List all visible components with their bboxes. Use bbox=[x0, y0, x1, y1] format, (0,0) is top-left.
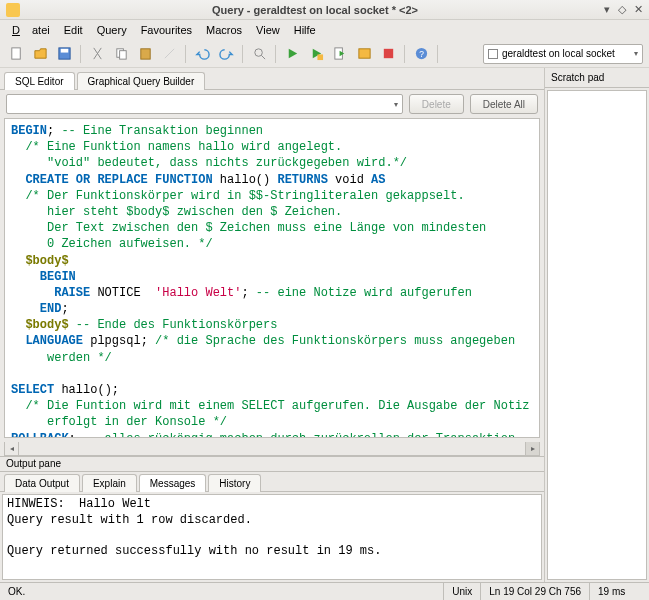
execute-icon[interactable] bbox=[282, 44, 302, 64]
sql-editor[interactable]: BEGIN; -- Eine Transaktion beginnen /* E… bbox=[4, 118, 540, 438]
redo-icon[interactable] bbox=[216, 44, 236, 64]
chevron-down-icon: ▾ bbox=[394, 100, 398, 109]
clear-icon[interactable] bbox=[159, 44, 179, 64]
tab-graphical-query-builder[interactable]: Graphical Query Builder bbox=[77, 72, 206, 90]
svg-rect-7 bbox=[317, 54, 323, 60]
scroll-left-icon[interactable]: ◂ bbox=[5, 442, 19, 455]
messages-output[interactable]: HINWEIS: Hallo Welt Query result with 1 … bbox=[2, 494, 542, 580]
editor-tabs: SQL Editor Graphical Query Builder bbox=[0, 68, 544, 90]
status-time: 19 ms bbox=[589, 583, 649, 600]
scroll-right-icon[interactable]: ▸ bbox=[525, 442, 539, 455]
connection-combo[interactable]: geraldtest on local socket ▾ bbox=[483, 44, 643, 64]
maximize-icon[interactable]: ◇ bbox=[618, 3, 626, 16]
menu-edit[interactable]: Edit bbox=[58, 22, 89, 38]
svg-rect-4 bbox=[119, 51, 126, 59]
svg-text:?: ? bbox=[419, 49, 424, 59]
execute-file-icon[interactable] bbox=[330, 44, 350, 64]
cut-icon[interactable] bbox=[87, 44, 107, 64]
minimize-icon[interactable]: ▾ bbox=[604, 3, 610, 16]
status-encoding: Unix bbox=[443, 583, 480, 600]
chevron-down-icon: ▾ bbox=[634, 49, 638, 58]
open-icon[interactable] bbox=[30, 44, 50, 64]
query-control-row: ▾ Delete Delete All bbox=[0, 90, 544, 118]
menu-hilfe[interactable]: Hilfe bbox=[288, 22, 322, 38]
statusbar: OK. Unix Ln 19 Col 29 Ch 756 19 ms bbox=[0, 582, 649, 600]
help-icon[interactable]: ? bbox=[411, 44, 431, 64]
scratch-pad-header: Scratch pad bbox=[545, 68, 649, 88]
svg-point-6 bbox=[254, 49, 262, 57]
titlebar: Query - geraldtest on local socket * <2>… bbox=[0, 0, 649, 20]
menu-query[interactable]: Query bbox=[91, 22, 133, 38]
svg-rect-2 bbox=[60, 49, 68, 53]
tab-data-output[interactable]: Data Output bbox=[4, 474, 80, 492]
explain-icon[interactable] bbox=[354, 44, 374, 64]
connection-label: geraldtest on local socket bbox=[502, 48, 634, 59]
save-icon[interactable] bbox=[54, 44, 74, 64]
tab-messages[interactable]: Messages bbox=[139, 474, 207, 492]
copy-icon[interactable] bbox=[111, 44, 131, 64]
scratch-pad[interactable] bbox=[547, 90, 647, 580]
menu-datei[interactable]: Datei bbox=[6, 22, 56, 38]
connection-status-icon bbox=[488, 49, 498, 59]
window-title: Query - geraldtest on local socket * <2> bbox=[26, 4, 604, 16]
svg-rect-5 bbox=[140, 49, 149, 59]
svg-rect-10 bbox=[383, 49, 392, 58]
close-icon[interactable]: ✕ bbox=[634, 3, 643, 16]
svg-rect-9 bbox=[358, 49, 369, 58]
delete-all-button[interactable]: Delete All bbox=[470, 94, 538, 114]
window-controls: ▾ ◇ ✕ bbox=[604, 3, 643, 16]
delete-button[interactable]: Delete bbox=[409, 94, 464, 114]
tab-sql-editor[interactable]: SQL Editor bbox=[4, 72, 75, 90]
paste-icon[interactable] bbox=[135, 44, 155, 64]
menubar: Datei Edit Query Favourites Macros View … bbox=[0, 20, 649, 40]
previous-queries-combo[interactable]: ▾ bbox=[6, 94, 403, 114]
menu-favourites[interactable]: Favourites bbox=[135, 22, 198, 38]
tab-history[interactable]: History bbox=[208, 474, 261, 492]
app-icon bbox=[6, 3, 20, 17]
horizontal-scrollbar[interactable]: ◂ ▸ bbox=[4, 442, 540, 456]
svg-rect-0 bbox=[11, 48, 19, 59]
execute-pgscript-icon[interactable] bbox=[306, 44, 326, 64]
undo-icon[interactable] bbox=[192, 44, 212, 64]
status-cursor-pos: Ln 19 Col 29 Ch 756 bbox=[480, 583, 589, 600]
toolbar: ? geraldtest on local socket ▾ bbox=[0, 40, 649, 68]
output-pane-header: Output pane bbox=[0, 456, 544, 472]
cancel-icon[interactable] bbox=[378, 44, 398, 64]
status-message: OK. bbox=[0, 583, 443, 600]
output-tabs: Data Output Explain Messages History bbox=[0, 472, 544, 492]
tab-explain[interactable]: Explain bbox=[82, 474, 137, 492]
menu-view[interactable]: View bbox=[250, 22, 286, 38]
find-icon[interactable] bbox=[249, 44, 269, 64]
new-icon[interactable] bbox=[6, 44, 26, 64]
menu-macros[interactable]: Macros bbox=[200, 22, 248, 38]
